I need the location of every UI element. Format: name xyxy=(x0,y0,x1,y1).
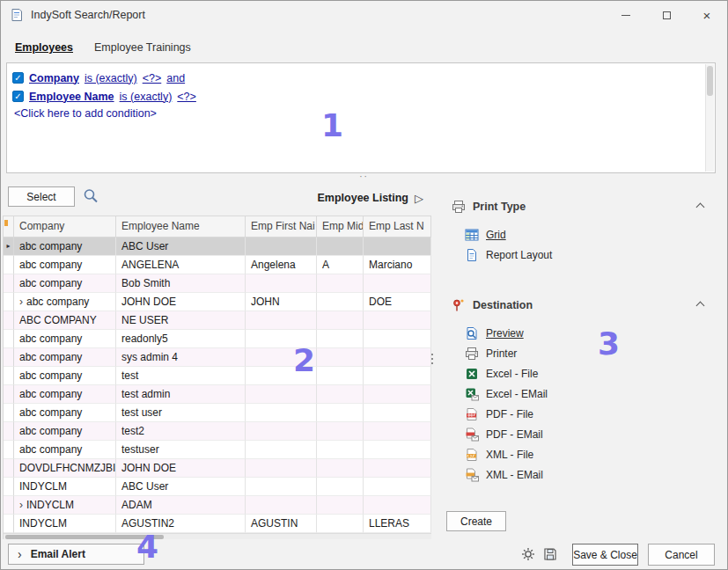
cell-emp-midd[interactable] xyxy=(317,348,364,367)
cell-emp-midd[interactable] xyxy=(317,422,364,441)
cell-employee-name[interactable]: ANGELENA xyxy=(116,256,246,274)
cell-emp-first-nai[interactable] xyxy=(246,348,317,367)
cell-emp-last-n[interactable] xyxy=(364,422,431,441)
cell-emp-last-n[interactable]: DOE xyxy=(364,293,431,311)
cell-company[interactable]: abc company xyxy=(14,330,116,348)
cell-emp-first-nai[interactable] xyxy=(246,311,317,330)
cell-emp-last-n[interactable] xyxy=(364,496,431,515)
scrollbar-thumb[interactable] xyxy=(707,66,713,96)
destination-option-excel-file[interactable]: Excel - File xyxy=(465,363,712,384)
destination-option-xml-email[interactable]: XML - EMail xyxy=(465,464,712,485)
cell-emp-last-n[interactable] xyxy=(364,478,431,496)
cell-emp-last-n[interactable] xyxy=(364,311,431,330)
save-icon[interactable] xyxy=(543,547,557,561)
destination-option-pdf-file[interactable]: PDF - File xyxy=(465,404,712,424)
cell-company[interactable]: abc company xyxy=(14,441,116,459)
cell-employee-name[interactable]: testuser xyxy=(116,441,246,459)
cell-employee-name[interactable]: NE USER xyxy=(116,311,246,330)
cell-emp-midd[interactable] xyxy=(317,330,364,348)
expand-row-icon[interactable]: › xyxy=(19,499,23,511)
cell-employee-name[interactable]: readonly5 xyxy=(116,330,246,348)
cell-emp-first-nai[interactable] xyxy=(246,330,317,348)
cell-emp-first-nai[interactable] xyxy=(246,404,317,422)
cell-emp-first-nai[interactable] xyxy=(246,478,317,496)
cell-employee-name[interactable]: ABC User xyxy=(116,238,246,256)
column-header-company[interactable]: Company xyxy=(14,216,116,238)
table-row[interactable]: ▸abc companyABC User xyxy=(4,238,431,256)
expand-row-icon[interactable]: › xyxy=(19,296,23,308)
table-row[interactable]: abc companytest xyxy=(4,367,431,385)
cell-emp-midd[interactable] xyxy=(317,311,364,330)
table-row[interactable]: abc companytest2 xyxy=(4,422,431,441)
cell-company[interactable]: abc company xyxy=(14,256,116,274)
cell-company[interactable]: abc company xyxy=(14,367,116,385)
cell-company[interactable]: abc company xyxy=(14,348,116,367)
condition-field-link[interactable]: Employee Name xyxy=(29,91,114,103)
table-row[interactable]: abc companyreadonly5 xyxy=(4,330,431,348)
cell-emp-last-n[interactable] xyxy=(364,348,431,367)
condition-conjunction-link[interactable]: and xyxy=(166,72,185,84)
create-button[interactable]: Create xyxy=(446,511,506,531)
cell-emp-last-n[interactable]: LLERAS xyxy=(364,515,431,533)
cell-employee-name[interactable]: JOHN DOE xyxy=(116,293,246,311)
cell-employee-name[interactable]: ADAM xyxy=(116,496,246,515)
cell-company[interactable]: INDYCLM xyxy=(14,515,116,533)
cell-emp-midd[interactable] xyxy=(317,238,364,256)
cell-emp-midd[interactable]: A xyxy=(317,256,364,274)
cell-company[interactable]: abc company xyxy=(14,404,116,422)
cell-company[interactable]: ›INDYCLM xyxy=(14,496,116,515)
column-header-emp-first-nai[interactable]: Emp First Nai xyxy=(246,216,317,238)
destination-option-excel-email[interactable]: Excel - EMail xyxy=(465,384,712,404)
table-row[interactable]: abc companytest admin xyxy=(4,385,431,404)
cell-emp-last-n[interactable] xyxy=(364,385,431,404)
destination-option-preview[interactable]: Preview xyxy=(465,323,712,343)
table-row[interactable]: abc companyANGELENAAngelenaAMarciano xyxy=(4,256,431,274)
column-header-emp-midd[interactable]: Emp Midd xyxy=(317,216,364,238)
table-row[interactable]: abc companytest user xyxy=(4,404,431,422)
cell-employee-name[interactable]: JOHN DOE xyxy=(116,459,246,478)
table-row[interactable]: INDYCLMABC User xyxy=(4,478,431,496)
table-row[interactable]: ›abc companyJOHN DOEJOHNDOE xyxy=(4,293,431,311)
print-type-option-grid[interactable]: Grid xyxy=(465,224,712,245)
table-row[interactable]: ABC COMPANYNE USER xyxy=(4,311,431,330)
tab-employee-trainings[interactable]: Employee Trainings xyxy=(85,38,200,61)
cell-emp-midd[interactable] xyxy=(317,385,364,404)
cell-emp-midd[interactable] xyxy=(317,496,364,515)
cell-employee-name[interactable]: Bob Smith xyxy=(116,274,246,293)
condition-checkbox[interactable]: ✓ xyxy=(12,91,24,102)
destination-option-xml-file[interactable]: XML - File xyxy=(465,444,712,464)
cell-emp-first-nai[interactable] xyxy=(246,385,317,404)
condition-value-link[interactable]: <?> xyxy=(177,91,196,103)
print-type-option-report-layout[interactable]: Report Layout xyxy=(465,245,712,265)
gear-icon[interactable] xyxy=(521,547,535,561)
cell-emp-last-n[interactable] xyxy=(364,404,431,422)
cell-employee-name[interactable]: sys admin 4 xyxy=(116,348,246,367)
condition-value-link[interactable]: <?> xyxy=(143,72,162,84)
minimize-button[interactable] xyxy=(606,1,646,29)
cell-employee-name[interactable]: ABC User xyxy=(116,478,246,496)
vertical-splitter[interactable] xyxy=(431,354,433,364)
cell-company[interactable]: abc company xyxy=(14,422,116,441)
table-row[interactable]: DOVDLFHCNMZJBIJOHN DOE xyxy=(4,459,431,478)
column-header-employee-name[interactable]: Employee Name xyxy=(116,216,246,238)
email-alert-expander[interactable]: › Email Alert xyxy=(8,544,144,565)
cell-emp-first-nai[interactable] xyxy=(246,441,317,459)
close-button[interactable]: × xyxy=(687,1,727,29)
cell-emp-first-nai[interactable]: AGUSTIN xyxy=(246,515,317,533)
cell-emp-midd[interactable] xyxy=(317,404,364,422)
cell-emp-last-n[interactable] xyxy=(364,238,431,256)
cell-emp-midd[interactable] xyxy=(317,274,364,293)
cell-emp-midd[interactable] xyxy=(317,293,364,311)
cell-emp-last-n[interactable]: Marciano xyxy=(364,256,431,274)
table-row[interactable]: INDYCLMAGUSTIN2AGUSTINLLERAS xyxy=(4,515,431,533)
cell-employee-name[interactable]: AGUSTIN2 xyxy=(116,515,246,533)
print-type-section-header[interactable]: Print Type xyxy=(452,198,712,216)
cell-emp-last-n[interactable] xyxy=(364,441,431,459)
cell-emp-first-nai[interactable] xyxy=(246,496,317,515)
scrollbar-thumb[interactable] xyxy=(5,535,164,539)
table-row[interactable]: ›INDYCLMADAM xyxy=(4,496,431,515)
table-row[interactable]: abc companytestuser xyxy=(4,441,431,459)
destination-section-header[interactable]: Destination xyxy=(452,296,712,314)
play-icon[interactable]: ▷ xyxy=(415,193,423,204)
cell-company[interactable]: abc company xyxy=(14,238,116,256)
